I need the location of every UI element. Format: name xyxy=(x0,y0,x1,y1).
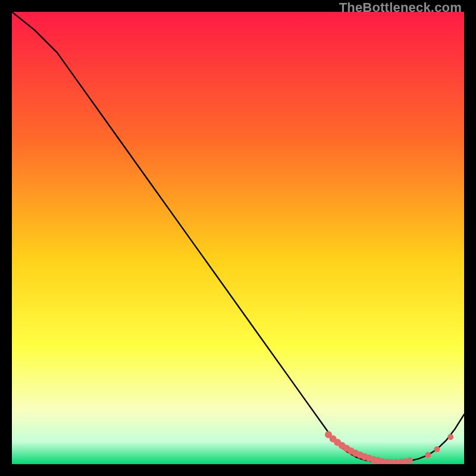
curve-dot xyxy=(425,452,431,458)
gradient-background xyxy=(12,12,464,464)
curve-dot xyxy=(407,458,413,464)
curve-dot xyxy=(434,446,440,452)
chart-canvas xyxy=(12,12,464,464)
curve-dot xyxy=(447,434,453,440)
